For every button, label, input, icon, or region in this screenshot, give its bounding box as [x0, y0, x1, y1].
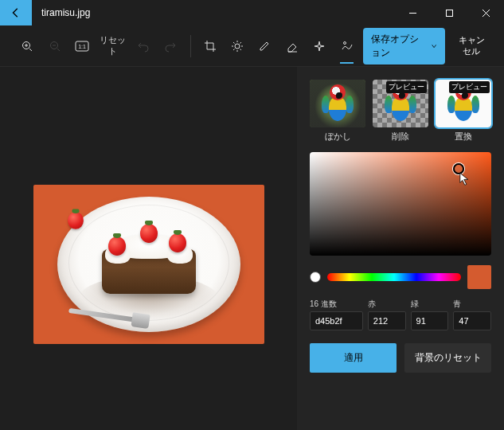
cancel-button[interactable]: キャンセル [455, 32, 488, 61]
panel-actions: 適用 背景のリセット [310, 343, 491, 373]
bg-option-blur[interactable]: ぼかし [310, 80, 366, 143]
zoom-in-icon[interactable] [16, 32, 38, 61]
sparkle-icon[interactable] [308, 32, 330, 61]
close-button[interactable] [467, 0, 504, 25]
filename-label: tiramisu.jpg [41, 7, 90, 18]
chevron-down-icon [431, 42, 437, 50]
toolbar-separator [190, 35, 191, 57]
save-options-button[interactable]: 保存オプション [363, 28, 445, 64]
apply-button[interactable]: 適用 [310, 343, 397, 373]
svg-rect-0 [446, 10, 452, 16]
svg-point-6 [343, 41, 346, 44]
hue-slider[interactable] [327, 273, 461, 281]
reset-button[interactable]: リセット [98, 32, 127, 61]
window-controls [394, 0, 504, 25]
minimize-button[interactable] [394, 0, 431, 25]
preview-tag: プレビュー [449, 81, 490, 93]
preview-tag: プレビュー [386, 81, 427, 93]
save-options-label: 保存オプション [371, 33, 426, 60]
bg-option-label: 置換 [455, 131, 472, 143]
bg-option-replace[interactable]: プレビュー 置換 [435, 80, 491, 143]
color-values-row: 16 進数 d45b2f 赤 212 緑 91 青 47 [310, 299, 491, 330]
subject-plate [57, 197, 240, 332]
workspace: ぼかし プレビュー 削除 プレビュー [0, 67, 504, 430]
red-label: 赤 [368, 299, 406, 310]
hue-thumb[interactable] [310, 272, 321, 283]
red-field[interactable]: 212 [368, 311, 406, 330]
svg-point-5 [235, 44, 240, 49]
color-swatch [467, 265, 491, 289]
mouse-pointer-icon [459, 172, 470, 186]
green-field[interactable]: 91 [411, 311, 449, 330]
hex-label: 16 進数 [310, 299, 363, 310]
hue-row [310, 265, 491, 289]
green-label: 緑 [411, 299, 449, 310]
hex-field[interactable]: d45b2f [310, 311, 363, 330]
bg-option-remove[interactable]: プレビュー 削除 [373, 80, 429, 143]
image-canvas[interactable] [33, 185, 264, 344]
bg-option-label: ぼかし [325, 131, 351, 143]
color-sv-picker[interactable] [310, 152, 491, 256]
undo-icon[interactable] [132, 32, 154, 61]
bg-option-label: 削除 [392, 131, 409, 143]
titlebar: tiramisu.jpg [0, 0, 504, 25]
zoom-out-icon[interactable] [43, 32, 65, 61]
toolbar: 1:1 リセット 保存オプション キャンセル [0, 25, 504, 67]
blue-label: 青 [453, 299, 491, 310]
maximize-button[interactable] [431, 0, 467, 25]
crop-icon[interactable] [199, 32, 221, 61]
redo-icon[interactable] [159, 32, 182, 61]
erase-icon[interactable] [281, 32, 303, 61]
reset-background-button[interactable]: 背景のリセット [404, 343, 491, 373]
svg-text:1:1: 1:1 [78, 44, 86, 49]
background-panel: ぼかし プレビュー 削除 プレビュー [297, 67, 504, 430]
fit-icon[interactable]: 1:1 [71, 32, 93, 61]
brightness-icon[interactable] [226, 32, 248, 61]
bg-option-row: ぼかし プレビュー 削除 プレビュー [310, 80, 491, 143]
blue-field[interactable]: 47 [453, 311, 491, 330]
pen-icon[interactable] [253, 32, 275, 61]
canvas-area[interactable] [0, 67, 297, 430]
background-tool-icon[interactable] [335, 32, 357, 61]
back-button[interactable] [0, 0, 32, 25]
